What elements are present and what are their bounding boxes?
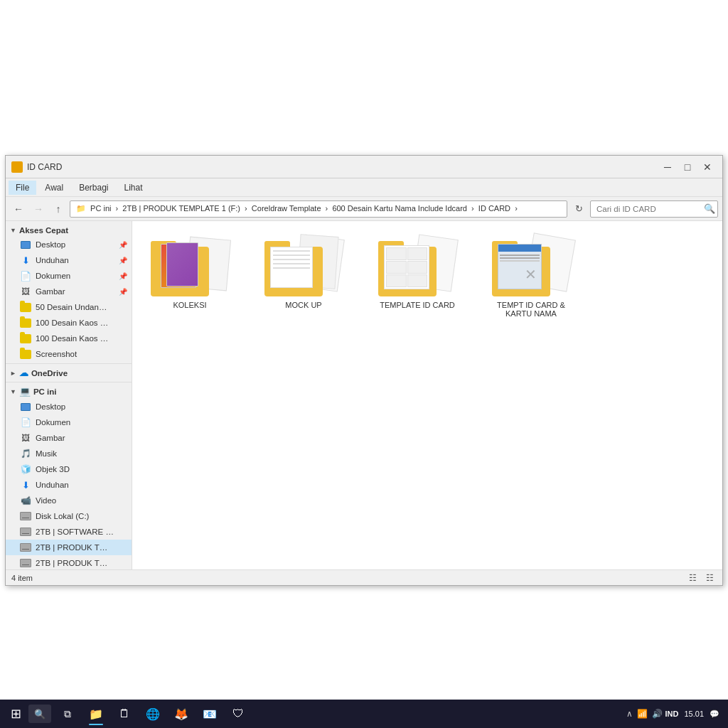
address-path[interactable]: 📁 PC ini › 2TB | PRODUK TEMPLATE 1 (F:) …	[70, 200, 567, 218]
sidebar-item-unduhan-pc[interactable]: ⬇ Unduhan	[6, 477, 132, 493]
sidebar-item-objek3d[interactable]: 🧊 Objek 3D	[6, 461, 132, 477]
file-label-template-id: TEMPLATE ID CARD	[380, 301, 455, 309]
window-controls: ─ □ ✕	[658, 159, 717, 175]
sidebar-item-screenshot[interactable]: Screenshot	[6, 346, 132, 362]
view-list-button[interactable]: ☷	[685, 572, 700, 584]
taskbar-network-icon[interactable]: 📶	[637, 709, 648, 719]
status-bar: 4 item ☷ ☷	[6, 569, 722, 585]
sidebar-item-drive-g[interactable]: 2TB | PRODUK TEMPLATE 2 (G:)	[6, 555, 132, 569]
window-icon	[11, 161, 23, 173]
taskbar-system-icons: ∧ 📶 🔊	[626, 709, 663, 719]
search-input[interactable]	[590, 200, 718, 218]
taskbar-app-mail[interactable]: 📧	[196, 701, 223, 727]
taskbar-apps: ⧉ 📁 🗒 🌐 🦊 📧 🛡	[54, 701, 252, 727]
taskbar-clock[interactable]: 15.01	[681, 710, 707, 718]
sidebar-item-desktop-quick[interactable]: Desktop 📌	[6, 237, 132, 252]
menu-lihat[interactable]: Lihat	[117, 181, 150, 195]
taskbar-app-security[interactable]: 🛡	[225, 701, 252, 727]
file-label-koleksi: KOLEKSI	[173, 301, 206, 309]
files-grid: KOLEKSI	[144, 230, 711, 321]
taskbar-search[interactable]: 🔍	[28, 705, 51, 723]
taskbar-app-task-view[interactable]: ⧉	[54, 701, 81, 727]
sidebar-item-kaos-dakwah[interactable]: 100 Desain Kaos Dakwah Terlaris	[6, 315, 132, 331]
back-button[interactable]: ←	[10, 200, 27, 218]
item-count: 4 item	[11, 574, 33, 582]
title-bar: ID CARD ─ □ ✕	[6, 156, 722, 178]
sidebar-item-video[interactable]: 📹 Video	[6, 493, 132, 508]
sidebar-item-undangan[interactable]: 50 Desain Undangan Modern Kel	[6, 299, 132, 315]
pc-ini-header[interactable]: ▼ 💻 PC ini	[6, 384, 132, 399]
sidebar: ▼ Akses Cepat Desktop 📌 ⬇ Unduhan 📌 📄 Do…	[6, 221, 132, 569]
taskbar-app-edge[interactable]: 🌐	[139, 701, 166, 727]
view-grid-button[interactable]: ☷	[702, 572, 717, 584]
address-bar: ← → ↑ 📁 PC ini › 2TB | PRODUK TEMPLATE 1…	[6, 197, 722, 221]
close-button[interactable]: ✕	[698, 159, 717, 175]
sidebar-item-gambar-quick[interactable]: 🖼 Gambar 📌	[6, 284, 132, 299]
taskbar-arrow-icon[interactable]: ∧	[626, 709, 633, 719]
file-item-koleksi[interactable]: KOLEKSI	[144, 230, 236, 312]
taskbar-volume-icon[interactable]: 🔊	[652, 709, 663, 719]
menu-bar: File Awal Berbagi Lihat	[6, 178, 722, 197]
path-text: 📁 PC ini › 2TB | PRODUK TEMPLATE 1 (F:) …	[76, 204, 518, 213]
sidebar-item-disk-c[interactable]: Disk Lokal (C:)	[6, 508, 132, 524]
file-label-mockup: MOCK UP	[285, 301, 321, 309]
up-button[interactable]: ↑	[50, 200, 67, 218]
sidebar-item-musik[interactable]: 🎵 Musik	[6, 446, 132, 461]
sidebar-item-dokumen-quick[interactable]: 📄 Dokumen 📌	[6, 268, 132, 284]
file-label-tempt-id: TEMPT ID CARD & KARTU NAMA	[488, 301, 574, 318]
taskbar: ⊞ 🔍 ⧉ 📁 🗒 🌐 🦊 📧 🛡 ∧ 📶 🔊 IND 15.01 💬	[0, 700, 728, 728]
refresh-button[interactable]: ↻	[570, 200, 587, 218]
window-title: ID CARD	[27, 162, 62, 172]
menu-awal[interactable]: Awal	[38, 181, 70, 195]
taskbar-app-notepad[interactable]: 🗒	[111, 701, 138, 727]
taskbar-app-explorer[interactable]: 📁	[82, 701, 109, 727]
file-item-template-id[interactable]: TEMPLATE ID CARD	[371, 230, 464, 312]
taskbar-notification-icon[interactable]: 💬	[710, 710, 719, 719]
sidebar-item-unduhan-quick[interactable]: ⬇ Unduhan 📌	[6, 252, 132, 268]
sidebar-item-drive-f[interactable]: 2TB | PRODUK TEMPLATE 1 (F:)	[6, 540, 132, 555]
sidebar-item-drive-e[interactable]: 2TB | SOFTWARE (E:)	[6, 524, 132, 540]
main-area: ▼ Akses Cepat Desktop 📌 ⬇ Unduhan 📌 📄 Do…	[6, 221, 722, 569]
search-wrapper: 🔍	[590, 200, 718, 218]
menu-berbagi[interactable]: Berbagi	[72, 181, 115, 195]
quick-access-header[interactable]: ▼ Akses Cepat	[6, 224, 132, 237]
forward-button[interactable]: →	[30, 200, 47, 218]
sidebar-item-dokumen-pc[interactable]: 📄 Dokumen	[6, 414, 132, 430]
file-item-mockup[interactable]: MOCK UP	[257, 230, 350, 312]
onedrive-header[interactable]: ► ☁ OneDrive	[6, 365, 132, 380]
menu-file[interactable]: File	[9, 181, 36, 195]
taskbar-app-firefox[interactable]: 🦊	[168, 701, 195, 727]
sidebar-item-desktop-pc[interactable]: Desktop	[6, 399, 132, 414]
file-item-tempt-id[interactable]: ✕ TEMPT ID CARD & KARTU NAMA	[485, 230, 577, 321]
minimize-button[interactable]: ─	[658, 159, 677, 175]
maximize-button[interactable]: □	[678, 159, 697, 175]
view-controls: ☷ ☷	[685, 572, 717, 584]
language-indicator[interactable]: IND	[665, 710, 679, 718]
search-button[interactable]: 🔍	[704, 203, 715, 214]
file-area: KOLEKSI	[132, 221, 722, 569]
file-explorer-window: ID CARD ─ □ ✕ File Awal Berbagi Lihat ← …	[5, 155, 723, 586]
sidebar-item-gambar-pc[interactable]: 🖼 Gambar	[6, 430, 132, 446]
taskbar-right: ∧ 📶 🔊 IND 15.01 💬	[626, 709, 725, 719]
sidebar-item-kaos-pilihan[interactable]: 100 Desain Kaos Pilihan 5 Katego	[6, 331, 132, 346]
start-button[interactable]: ⊞	[3, 701, 28, 727]
